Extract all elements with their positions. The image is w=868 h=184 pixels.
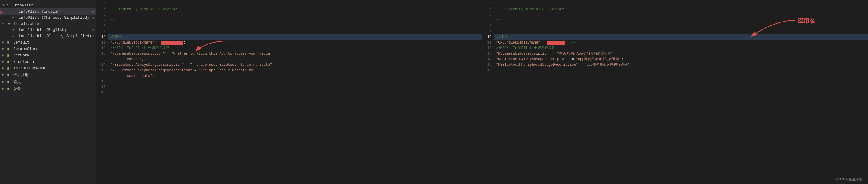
badge-m: M — [92, 28, 94, 32]
arrow-icon: ▶ — [2, 80, 6, 83]
folder-icon: ▣ — [7, 47, 12, 51]
arrow-icon: ▶ — [2, 66, 6, 70]
file-icon: ≡ — [12, 9, 18, 14]
sidebar-item-label: 登录注册 — [13, 72, 94, 77]
code-line — [108, 84, 482, 90]
file-icon: ≡ — [6, 3, 12, 7]
sidebar-item-label: 首页 — [13, 79, 94, 84]
sidebar-item-infoplist[interactable]: ▼ ≡ InfoPlist — [0, 2, 96, 8]
file-icon: ≡ — [12, 34, 18, 38]
folder-icon: ▣ — [7, 79, 12, 84]
badge-m: M — [93, 34, 95, 38]
code-line: */ — [108, 18, 482, 23]
arrow-icon: ▼ — [2, 4, 6, 7]
app-name-annotation: 应用名 — [798, 17, 815, 25]
arrow-icon: ▶ — [2, 53, 6, 57]
code-line: //MARK: InfoPlist 申请用户权限 — [108, 46, 482, 51]
sidebar-item-localizable-chinese[interactable]: ≡ Localizable (C...se, Simplified) M — [0, 33, 96, 39]
code-line — [494, 1, 868, 7]
line-numbers-right: 4 5 6 7 8 9 10 11 12 13 14 15 16 — [482, 0, 494, 184]
sidebar-item-label: Localizable (C...se, Simplified) — [19, 34, 92, 38]
code-content-right: 4 5 6 7 8 9 10 11 12 13 14 15 16 Created… — [482, 0, 868, 184]
sidebar-item-label: InfoPlist — [13, 3, 94, 7]
arrow-icon: ▶ — [2, 47, 6, 51]
code-line-highlighted: //中文 — [494, 34, 868, 40]
sidebar-item-label: Network — [13, 53, 94, 57]
code-line: "NSCameraUsageDescription" = "Whether to… — [108, 51, 482, 57]
sidebar-item-label: InfoPlist (English) — [19, 9, 90, 14]
sidebar-item-commonclass[interactable]: ▶ ▣ CommonClass — [0, 46, 96, 52]
file-icon: ≡ — [8, 22, 13, 26]
code-line — [108, 23, 482, 29]
arrow-icon: ▶ — [2, 60, 6, 63]
sidebar-item-label: Localizable — [14, 22, 94, 26]
sidebar-item-device[interactable]: ▶ ▣ 设备 — [0, 85, 96, 92]
sidebar-item-infoplist-chinese[interactable]: ≡ InfoPlist (Chinese, Simplified) M — [0, 15, 96, 21]
sidebar-item-label: 设备 — [13, 86, 94, 91]
code-lines-left: Created by macvivi on 2022/4/9. */ //英文|… — [108, 0, 482, 184]
sidebar-item-label: ThirdFramework — [13, 66, 94, 70]
code-line: "NSBluetoothAlwaysUsageDescription" = "T… — [108, 62, 482, 68]
sidebar-item-home[interactable]: ▶ ▣ 首页 — [0, 78, 96, 85]
code-line: "NSBluetoothPeripheralUsageDescription" … — [494, 62, 868, 68]
sidebar-item-label: InfoPlist (Chinese, Simplified) — [19, 16, 90, 20]
folder-icon: ▣ — [7, 66, 12, 70]
code-line: "NSCameraUsageDescription" = "是否允许此App访问… — [494, 51, 868, 57]
file-icon: ≡ — [12, 28, 18, 32]
code-line: "CFBundleDisplayName" = ; // — [494, 40, 868, 46]
folder-icon: ▣ — [7, 53, 12, 57]
arrow-icon: ▶ — [2, 41, 6, 44]
code-line: //MARK: InfoPlist 申请用户权限 — [494, 46, 868, 51]
arrow-icon: ≡ — [2, 22, 6, 25]
sidebar-item-localizable[interactable]: ≡ ≡ Localizable — [0, 21, 96, 27]
code-line: "NSBluetoothAlwaysUsageDescription" = "a… — [494, 57, 868, 62]
code-line: "NSBluetoothPeripheralUsageDescription" … — [108, 68, 482, 73]
arrow-icon: ▶ — [2, 73, 6, 77]
sidebar-item-login[interactable]: ▶ ▣ 登录注册 — [0, 71, 96, 78]
badge-m: M — [92, 16, 94, 20]
sidebar: ▼ ≡ InfoPlist ≡ InfoPlist (English) M ➤ … — [0, 0, 96, 184]
code-lines-right: Created by macvivi on 2022/4/9. */ //中文 … — [494, 0, 868, 184]
sidebar-item-localizable-english[interactable]: ≡ Localizable (English) M — [0, 27, 96, 33]
folder-icon: ▣ — [7, 86, 12, 91]
code-line — [494, 29, 868, 34]
code-line: communicate"; — [108, 73, 482, 79]
code-line: Created by macvivi on 2022/4/9. — [494, 7, 868, 12]
code-line — [108, 12, 482, 18]
folder-icon: ▣ — [7, 73, 12, 77]
code-line — [108, 29, 482, 34]
code-line-highlighted: //英文| — [108, 34, 482, 40]
sidebar-item-default[interactable]: ▶ ▣ Default — [0, 39, 96, 46]
sidebar-item-label: BlueTooth — [13, 59, 94, 64]
code-line — [108, 90, 482, 96]
code-line: Created by macvivi on 2022/4/9. — [108, 7, 482, 12]
code-line: "CFBundleDisplayName" = ; — [108, 40, 482, 46]
file-icon: ≡ — [12, 16, 18, 20]
left-editor-pane: 4 5 6 7 8 9 10 11 12 13 14 15 16 17 18 C… — [96, 0, 482, 184]
watermark: CSDN@星星月亮0 — [837, 177, 863, 182]
badge-m: M — [92, 10, 94, 14]
sidebar-item-label: Default — [13, 40, 94, 45]
folder-icon: ▣ — [7, 40, 12, 45]
sidebar-item-network[interactable]: ▶ ▣ Network — [0, 52, 96, 58]
code-line — [108, 79, 482, 84]
sidebar-item-infoplist-english[interactable]: ≡ InfoPlist (English) M — [0, 8, 96, 15]
code-content-left: 4 5 6 7 8 9 10 11 12 13 14 15 16 17 18 C… — [96, 0, 482, 184]
right-editor-pane: 4 5 6 7 8 9 10 11 12 13 14 15 16 Created… — [482, 0, 868, 184]
sidebar-item-label: Localizable (English) — [19, 28, 90, 32]
sidebar-item-thirdframework[interactable]: ▶ ▣ ThirdFramework — [0, 65, 96, 71]
code-line: camera"; — [108, 57, 482, 62]
folder-icon: ▣ — [7, 59, 12, 64]
sidebar-item-bluetooth[interactable]: ▶ ▣ BlueTooth — [0, 58, 96, 65]
arrow-icon: ▶ — [2, 87, 6, 90]
code-line — [108, 1, 482, 7]
sidebar-item-label: CommonClass — [13, 47, 94, 51]
line-numbers-left: 4 5 6 7 8 9 10 11 12 13 14 15 16 17 18 — [96, 0, 108, 184]
code-line — [494, 68, 868, 73]
